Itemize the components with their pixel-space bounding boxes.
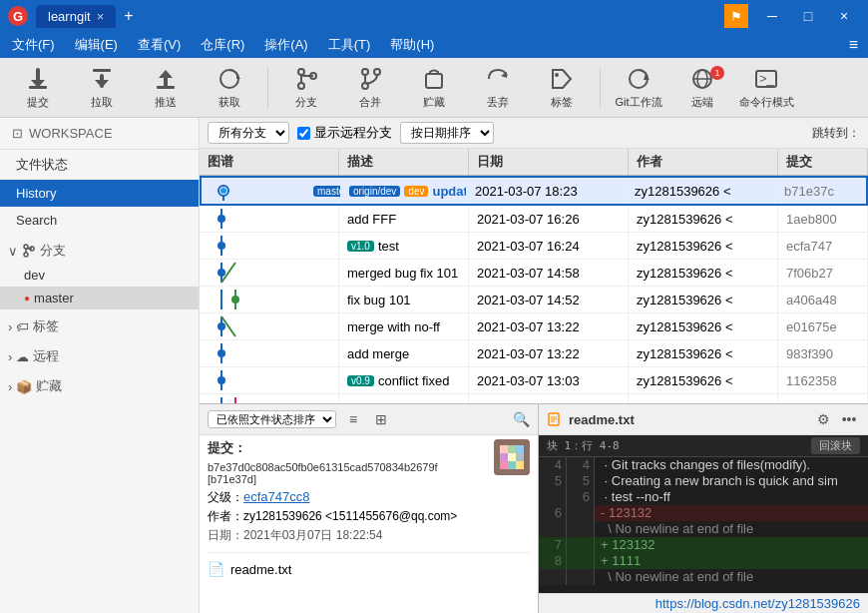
- table-row[interactable]: fix bug 101 2021-03-07 14:52 zy128153962…: [200, 287, 868, 313]
- graph-area: 所有分支 显示远程分支 按日期排序 跳转到： 图谱 描述: [200, 118, 868, 403]
- branch-btn[interactable]: 分支: [276, 62, 336, 114]
- goto-label: 跳转到：: [812, 125, 860, 142]
- desc-cell: origin/dev dev update readme.txt: [341, 178, 467, 204]
- svg-rect-19: [426, 74, 442, 88]
- pull-btn[interactable]: 拉取: [72, 62, 132, 114]
- merge-icon: [356, 65, 384, 93]
- parent-hash-link[interactable]: ecfa747cc8: [243, 489, 310, 504]
- terminal-label: 命令行模式: [739, 95, 794, 110]
- table-row[interactable]: add merge 2021-03-07 13:22 zy1281539626 …: [200, 340, 868, 367]
- minimize-btn[interactable]: ─: [756, 2, 788, 30]
- menu-view[interactable]: 查看(V): [130, 34, 189, 56]
- sidebar-item-history[interactable]: History: [0, 180, 199, 207]
- svg-rect-8: [157, 86, 175, 89]
- titlebar-tab[interactable]: learngit ×: [36, 5, 116, 28]
- menu-file[interactable]: 文件(F): [4, 34, 63, 56]
- flag-icon: ⚑: [724, 4, 748, 28]
- commit-btn[interactable]: 提交: [8, 62, 68, 114]
- add-tab-btn[interactable]: +: [124, 7, 133, 25]
- menu-help[interactable]: 帮助(H): [382, 34, 442, 56]
- toolbar-sep-1: [267, 68, 268, 108]
- list-view-btn[interactable]: ≡: [342, 408, 364, 430]
- branches-label: 分支: [40, 242, 66, 260]
- footer-url: https://blog.csdn.net/zy1281539626: [655, 596, 860, 611]
- menu-repo[interactable]: 仓库(R): [193, 34, 252, 56]
- table-row[interactable]: & simple 2021-03-07 12:09 zy1281539626 <…: [200, 394, 868, 403]
- merge-label: 合并: [359, 95, 381, 110]
- sidebar-section-remote[interactable]: › ☁ 远程: [0, 339, 199, 369]
- branch-item-master[interactable]: ● master: [0, 287, 199, 309]
- rollback-btn[interactable]: 回滚块: [811, 437, 860, 454]
- table-row[interactable]: master origin/dev dev update readme.txt …: [200, 176, 868, 206]
- close-btn[interactable]: ×: [828, 2, 860, 30]
- hash-cell: 1aeb800: [778, 206, 868, 232]
- sidebar-section-stash[interactable]: › 📦 贮藏: [0, 369, 199, 399]
- hamburger-menu[interactable]: ≡: [843, 34, 864, 56]
- commit-message: conflict fixed: [378, 373, 450, 388]
- date-cell: 2021-03-07 12:09: [469, 394, 629, 403]
- pull-icon: [88, 65, 116, 93]
- search-btn[interactable]: 🔍: [513, 411, 530, 427]
- tab-close-btn[interactable]: ×: [97, 9, 105, 24]
- show-remote-checkbox[interactable]: [297, 127, 310, 140]
- sidebar-item-search[interactable]: Search: [0, 207, 199, 234]
- svg-marker-4: [95, 80, 109, 88]
- menu-action[interactable]: 操作(A): [256, 34, 315, 56]
- push-btn[interactable]: 推送: [136, 62, 196, 114]
- discard-btn[interactable]: 丢弃: [468, 62, 528, 114]
- hash-cell: 983f390: [778, 340, 868, 366]
- branch-tag-v1: v1.0: [347, 241, 374, 252]
- sidebar-item-filestatus[interactable]: 文件状态: [0, 150, 199, 180]
- svg-point-11: [298, 69, 304, 75]
- date-cell: 2021-03-07 16:26: [469, 206, 629, 232]
- terminal-btn[interactable]: >_ 命令行模式: [736, 62, 796, 114]
- merge-btn[interactable]: 合并: [340, 62, 400, 114]
- sidebar-section-branches[interactable]: ∨ 分支: [0, 234, 199, 264]
- table-row[interactable]: add FFF 2021-03-07 16:26 zy1281539626 < …: [200, 206, 868, 233]
- branch-filter-select[interactable]: 所有分支: [208, 122, 289, 144]
- menu-tools[interactable]: 工具(T): [320, 34, 379, 56]
- svg-rect-67: [516, 461, 524, 469]
- author-cell: zy1281539626 <: [629, 367, 778, 393]
- diff-line: \ No newline at end of file: [539, 521, 868, 537]
- show-remote-checkbox-label[interactable]: 显示远程分支: [297, 124, 392, 142]
- remote-label: 远端: [691, 95, 713, 110]
- stash-btn[interactable]: 贮藏: [404, 62, 464, 114]
- grid-view-btn[interactable]: ⊞: [370, 408, 392, 430]
- diff-more-btn[interactable]: •••: [838, 408, 860, 430]
- main-container: ⊡ WORKSPACE 文件状态 History Search ∨ 分支 dev: [0, 118, 868, 613]
- header-desc: 描述: [339, 149, 469, 175]
- sidebar-section-tags[interactable]: › 🏷 标签: [0, 309, 199, 339]
- table-row[interactable]: merged bug fix 101 2021-03-07 14:58 zy12…: [200, 260, 868, 287]
- titlebar-controls: ⚑ ─ □ ×: [724, 2, 860, 30]
- file-item[interactable]: 📄 readme.txt: [208, 559, 530, 579]
- diff-block-info: 块 1：行 4-8: [547, 438, 620, 453]
- bottom-left-panel: 已依照文件状态排序 ≡ ⊞ 🔍 提交：: [200, 404, 539, 613]
- diff-settings-btn[interactable]: ⚙: [812, 408, 834, 430]
- table-row[interactable]: merge with no-ff 2021-03-07 13:22 zy1281…: [200, 313, 868, 340]
- table-row[interactable]: v1.0 test 2021-03-07 16:24 zy1281539626 …: [200, 233, 868, 260]
- table-row[interactable]: v0.9 conflict fixed 2021-03-07 13:03 zy1…: [200, 367, 868, 394]
- diff-line: 6 · test --no-ff: [539, 489, 868, 505]
- bottom-left-toolbar: 已依照文件状态排序 ≡ ⊞ 🔍: [200, 404, 538, 435]
- header-graph: 图谱: [200, 149, 339, 175]
- branch-item-dev[interactable]: dev: [0, 264, 199, 287]
- tag-section-icon: 🏷: [16, 319, 29, 334]
- remote-btn[interactable]: 1 远端: [672, 62, 732, 114]
- svg-rect-2: [29, 86, 47, 89]
- svg-point-15: [362, 69, 368, 75]
- author-cell: zy1281539626 <: [627, 178, 776, 204]
- fetch-btn[interactable]: 获取: [200, 62, 259, 114]
- diff-line: 7 + 123132: [539, 537, 868, 553]
- svg-point-21: [555, 73, 559, 77]
- tag-btn[interactable]: 标签: [532, 62, 592, 114]
- gitflow-btn[interactable]: Git工作流: [609, 62, 668, 114]
- svg-rect-5: [93, 69, 111, 72]
- commit-detail-content: 提交： b7e37d0c808ac50fb0e61315cad570834b26…: [200, 435, 538, 613]
- stash-section-label: 贮藏: [36, 377, 62, 395]
- file-sort-select[interactable]: 已依照文件状态排序: [208, 410, 336, 428]
- sort-select[interactable]: 按日期排序: [400, 122, 494, 144]
- menu-edit[interactable]: 编辑(E): [67, 34, 126, 56]
- maximize-btn[interactable]: □: [792, 2, 824, 30]
- svg-rect-65: [500, 461, 508, 469]
